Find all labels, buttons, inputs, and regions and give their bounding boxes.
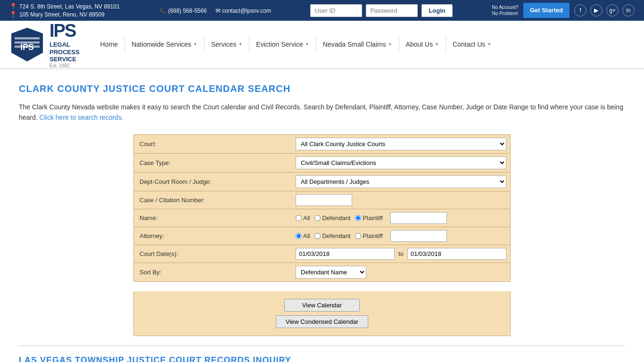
name-radio-defendant-input[interactable] <box>314 215 321 221</box>
attorney-input[interactable] <box>390 230 447 242</box>
section-divider <box>19 346 625 346</box>
name-radio-all[interactable]: All <box>296 214 310 222</box>
youtube-icon[interactable]: ▶ <box>590 4 603 16</box>
court-label: Court: <box>134 137 292 151</box>
linkedin-icon[interactable]: in <box>622 4 635 16</box>
svg-rect-1 <box>15 37 40 39</box>
email-icon <box>215 8 221 14</box>
court-row: Court: All Clark County Justice Courts C… <box>134 135 510 154</box>
logo-area: IPS IPS LEGAL PROCESS SERVICE Est. 1982 <box>9 21 80 68</box>
top-bar-right: No Account? No Problem! Get Started f ▶ … <box>492 3 635 18</box>
page-title: CLARK COUNTY JUSTICE COURT CALENDAR SEAR… <box>19 83 625 94</box>
sort-row: Sort By: Defendant Name Case Number Cour… <box>134 263 510 281</box>
facebook-icon[interactable]: f <box>574 4 586 16</box>
attorney-label: Attorney: <box>134 229 292 243</box>
attorney-radio-defendant[interactable]: Defendant <box>314 232 350 239</box>
logo-ips: IPS <box>50 21 75 41</box>
dept-row: Dept-Court Room / Judge: All Departments… <box>134 173 510 191</box>
court-cell: All Clark County Justice Courts Clark Co… <box>292 135 510 153</box>
dept-select[interactable]: All Departments / Judges <box>296 175 506 188</box>
chevron-down-icon: ▼ <box>305 42 309 47</box>
case-type-label: Case Type: <box>134 156 292 170</box>
password-input[interactable] <box>366 4 418 17</box>
get-started-button[interactable]: Get Started <box>523 3 570 18</box>
view-condensed-calendar-button[interactable]: View Condensed Calendar <box>276 315 368 328</box>
main-nav: Home Nationwide Services ▼ Services ▼ Ev… <box>94 36 635 53</box>
click-here-link[interactable]: Click here to search records. <box>40 114 124 121</box>
attorney-radio-plaintiff-input[interactable] <box>355 233 361 239</box>
no-account-text: No Account? No Problem! <box>492 4 519 16</box>
intro-text: The Clark County Nevada website makes it… <box>19 102 625 123</box>
top-bar: 724 S. 8th Street, Las Vegas, NV 89101 1… <box>0 0 644 21</box>
view-calendar-button[interactable]: View Calendar <box>284 299 360 312</box>
attorney-radio-all[interactable]: All <box>296 232 310 239</box>
nav-home[interactable]: Home <box>94 36 125 53</box>
logo-shield-svg: IPS <box>9 27 45 62</box>
chevron-down-icon: ▼ <box>487 42 491 47</box>
court-dates-label: Court Date(s): <box>134 247 292 261</box>
case-type-select[interactable]: Civil/Small Claims/Evictions Criminal Tr… <box>296 156 506 169</box>
svg-text:IPS: IPS <box>20 42 34 51</box>
case-type-row: Case Type: Civil/Small Claims/Evictions … <box>134 154 510 173</box>
date-from-input[interactable] <box>296 248 395 260</box>
date-range: to <box>296 248 506 260</box>
date-to-label: to <box>398 250 404 257</box>
logo-est: Est. 1982 <box>50 63 80 68</box>
date-to-input[interactable] <box>407 248 506 260</box>
name-row: Name: All Defendant Plaintiff <box>134 209 510 227</box>
userid-input[interactable] <box>310 4 362 17</box>
chevron-down-icon: ▼ <box>193 42 198 47</box>
nav-nevada-small-claims[interactable]: Nevada Small Claims ▼ <box>316 36 399 53</box>
court-select[interactable]: All Clark County Justice Courts Clark Co… <box>296 138 506 150</box>
case-type-cell: Civil/Small Claims/Evictions Criminal Tr… <box>292 154 510 172</box>
top-bar-contact: 724 S. 8th Street, Las Vegas, NV 89101 1… <box>9 3 120 18</box>
address1-row: 724 S. 8th Street, Las Vegas, NV 89101 <box>9 3 120 10</box>
logo-subtitle: LEGAL PROCESS SERVICE <box>50 41 80 63</box>
citation-row: Case / Citation Number: <box>134 191 510 209</box>
name-cell: All Defendant Plaintiff <box>292 209 510 227</box>
bottom-section-title: LAS VEGAS TOWNSHIP JUSTICE COURT RECORDS… <box>19 355 625 362</box>
phone: (888) 568-5566 <box>168 8 207 14</box>
map-pin-icon-2 <box>9 11 17 18</box>
nav-nationwide-services[interactable]: Nationwide Services ▼ <box>125 36 205 53</box>
nav-contact-us[interactable]: Contact Us ▼ <box>446 36 498 53</box>
court-search-form: Court: All Clark County Justice Courts C… <box>133 134 511 282</box>
phone-row: (888) 568-5566 <box>159 7 206 14</box>
header: IPS IPS LEGAL PROCESS SERVICE Est. 1982 … <box>0 21 644 69</box>
attorney-cell: All Defendant Plaintiff <box>292 227 510 245</box>
name-input[interactable] <box>390 212 447 224</box>
attorney-radio-plaintiff[interactable]: Plaintiff <box>355 232 382 239</box>
citation-input[interactable] <box>296 194 352 206</box>
phone-icon <box>159 8 166 14</box>
googleplus-icon[interactable]: g+ <box>606 4 619 16</box>
email-row: contact@lpsnv.com <box>215 7 271 14</box>
attorney-radio-group: All Defendant Plaintiff <box>296 232 383 239</box>
login-button[interactable]: Login <box>421 4 452 17</box>
name-radio-plaintiff[interactable]: Plaintiff <box>355 214 382 222</box>
nav-about-us[interactable]: About Us ▼ <box>399 36 446 53</box>
attorney-radio-all-input[interactable] <box>296 233 302 239</box>
attorney-radio-defendant-input[interactable] <box>314 233 321 239</box>
dept-label: Dept-Court Room / Judge: <box>134 174 292 189</box>
main-content: CLARK COUNTY JUSTICE COURT CALENDAR SEAR… <box>0 69 644 362</box>
name-radio-defendant[interactable]: Defendant <box>314 214 350 222</box>
sort-select[interactable]: Defendant Name Case Number Court Date <box>296 266 366 279</box>
form-buttons-area: View Calendar View Condensed Calendar <box>133 291 511 336</box>
address1: 724 S. 8th Street, Las Vegas, NV 89101 <box>19 3 120 10</box>
address2: 105 Mary Street, Reno, NV 89509 <box>19 11 105 18</box>
chevron-down-icon: ▼ <box>238 42 242 47</box>
logo-text: IPS LEGAL PROCESS SERVICE Est. 1982 <box>50 21 80 68</box>
nav-eviction-service[interactable]: Eviction Service ▼ <box>249 36 316 53</box>
name-radio-plaintiff-input[interactable] <box>355 215 361 221</box>
court-dates-row: Court Date(s): to <box>134 245 510 263</box>
nav-services[interactable]: Services ▼ <box>205 36 250 53</box>
sort-cell: Defendant Name Case Number Court Date <box>292 263 510 281</box>
contact-info: (888) 568-5566 contact@lpsnv.com <box>159 7 271 14</box>
name-radio-group: All Defendant Plaintiff <box>296 214 383 222</box>
social-icons: f ▶ g+ in <box>574 4 635 16</box>
email: contact@lpsnv.com <box>222 8 271 14</box>
address2-row: 105 Mary Street, Reno, NV 89509 <box>9 11 120 18</box>
name-radio-all-input[interactable] <box>296 215 302 221</box>
chevron-down-icon: ▼ <box>388 42 392 47</box>
map-pin-icon-1 <box>9 3 17 10</box>
